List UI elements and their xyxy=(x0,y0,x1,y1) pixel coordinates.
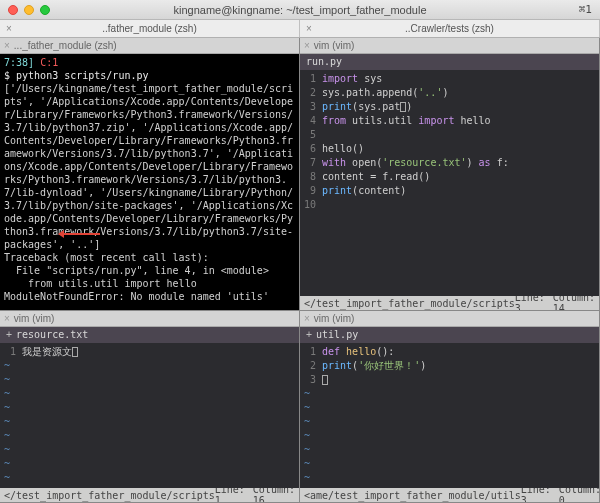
modified-icon: + xyxy=(6,328,12,342)
modified-icon: + xyxy=(306,328,312,342)
editor-file-tab[interactable]: run.py xyxy=(300,54,599,70)
window-titlebar: kingname@kingname: ~/test_import_father_… xyxy=(0,0,600,20)
window-tab-row: × ..father_module (zsh) × ..Crawler/test… xyxy=(0,20,600,38)
traffic-lights xyxy=(8,5,50,15)
terminal-body[interactable]: 7:38] C:1 $ python3 scripts/run.py ['/Us… xyxy=(0,54,299,310)
terminal-cmd: $ python3 scripts/run.py xyxy=(4,70,149,81)
editor-status-bar: </test_import_father_module/scripts Line… xyxy=(300,296,599,310)
close-pane-icon[interactable]: × xyxy=(4,313,10,324)
pane-tab-label: ..._father_module (zsh) xyxy=(14,40,117,51)
pane-runpy: × vim (vim) run.py 1import sys 2sys.path… xyxy=(300,38,600,311)
pane-grid: × ..._father_module (zsh) 7:38] C:1 $ py… xyxy=(0,38,600,503)
pane-tab-label: vim (vim) xyxy=(314,313,355,324)
maximize-icon[interactable] xyxy=(40,5,50,15)
status-path: <ame/test_import_father_module/utils xyxy=(304,490,521,501)
minimize-icon[interactable] xyxy=(24,5,34,15)
pane-tab-label: vim (vim) xyxy=(314,40,355,51)
pane-tab[interactable]: × ..._father_module (zsh) xyxy=(0,38,299,54)
traceback-error: ModuleNotFoundError: No module named 'ut… xyxy=(4,291,269,302)
window-tab-right[interactable]: × ..Crawler/tests (zsh) xyxy=(300,20,600,37)
close-icon[interactable] xyxy=(8,5,18,15)
editor-body[interactable]: + util.py 1def hello(): 2 print('你好世界！')… xyxy=(300,327,599,488)
pane-terminal: × ..._father_module (zsh) 7:38] C:1 $ py… xyxy=(0,38,300,311)
close-tab-icon[interactable]: × xyxy=(6,23,12,34)
file-name: resource.txt xyxy=(16,328,88,342)
pane-tab[interactable]: × vim (vim) xyxy=(300,38,599,54)
close-pane-icon[interactable]: × xyxy=(304,40,310,51)
code-area[interactable]: 1def hello(): 2 print('你好世界！') 3 ~ ~ ~ ~… xyxy=(300,343,599,487)
close-pane-icon[interactable]: × xyxy=(4,40,10,51)
terminal-output: ['/Users/kingname/test_import_father_mod… xyxy=(4,83,293,250)
file-name: run.py xyxy=(306,55,342,69)
traceback-line: File "scripts/run.py", line 4, in <modul… xyxy=(4,265,269,276)
editor-status-bar: </test_import_father_module/scripts Line… xyxy=(0,488,299,502)
pane-util: × vim (vim) + util.py 1def hello(): 2 pr… xyxy=(300,311,600,503)
status-path: </test_import_father_module/scripts xyxy=(4,490,215,501)
prompt-time: 7:38] xyxy=(4,57,34,68)
file-name: util.py xyxy=(316,328,358,342)
pane-tab-label: vim (vim) xyxy=(14,313,55,324)
cursor-icon xyxy=(322,375,328,385)
code-area[interactable]: 1我是资源文 ~ ~ ~ ~ ~ ~ ~ ~ ~ xyxy=(0,343,299,487)
close-pane-icon[interactable]: × xyxy=(304,313,310,324)
status-path: </test_import_father_module/scripts xyxy=(304,298,515,309)
window-title: kingname@kingname: ~/test_import_father_… xyxy=(0,4,600,16)
traceback-line: from utils.util import hello xyxy=(4,278,197,289)
close-tab-icon[interactable]: × xyxy=(306,23,312,34)
pane-tab[interactable]: × vim (vim) xyxy=(300,311,599,327)
traceback-line: Traceback (most recent call last): xyxy=(4,252,209,263)
editor-body[interactable]: + resource.txt 1我是资源文 ~ ~ ~ ~ ~ ~ ~ ~ ~ xyxy=(0,327,299,488)
cursor-icon xyxy=(72,347,78,357)
editor-status-bar: <ame/test_import_father_module/utils Lin… xyxy=(300,488,599,502)
annotation-arrow-icon xyxy=(60,233,100,235)
code-area[interactable]: 1import sys 2sys.path.append('..') 3prin… xyxy=(300,70,599,214)
tab-label: ..Crawler/tests (zsh) xyxy=(405,23,494,34)
window-tab-left[interactable]: × ..father_module (zsh) xyxy=(0,20,300,37)
editor-file-tab[interactable]: + util.py xyxy=(300,327,599,343)
tab-label: ..father_module (zsh) xyxy=(102,23,197,34)
prompt-path: C:1 xyxy=(40,57,58,68)
pane-resource: × vim (vim) + resource.txt 1我是资源文 ~ ~ ~ … xyxy=(0,311,300,503)
window-shortcut: ⌘1 xyxy=(579,3,592,16)
editor-body[interactable]: run.py 1import sys 2sys.path.append('..'… xyxy=(300,54,599,296)
editor-file-tab[interactable]: + resource.txt xyxy=(0,327,299,343)
pane-tab[interactable]: × vim (vim) xyxy=(0,311,299,327)
